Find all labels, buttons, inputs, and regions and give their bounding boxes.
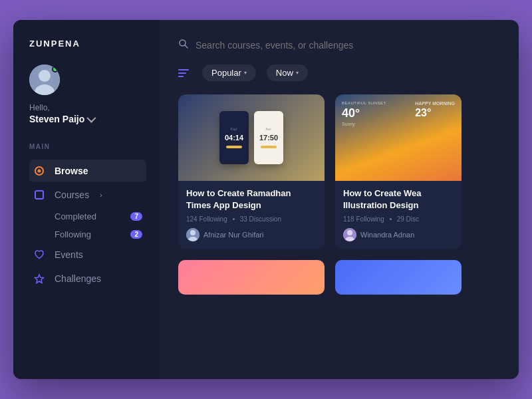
section-label: MAIN — [29, 143, 146, 150]
phone-decoration — [226, 146, 242, 148]
following-badge: 2 — [130, 230, 142, 239]
phone-decoration-2 — [261, 146, 277, 148]
author-avatar-2 — [343, 228, 356, 241]
card-ramadhan-thumb: Fajr 04:14 Asr 17:50 — [178, 94, 325, 181]
completed-badge: 7 — [130, 212, 142, 221]
filter-icon — [178, 69, 189, 77]
online-indicator — [52, 66, 59, 72]
card-ramadhan-title: How to Create Ramadhan Times App Design — [186, 188, 317, 211]
completed-label: Completed — [55, 211, 96, 221]
svg-point-10 — [190, 230, 196, 235]
search-bar — [178, 39, 500, 51]
author-avatar-1 — [186, 228, 200, 241]
weather-location-label: BEAUTIFUL SUNSET — [342, 101, 386, 105]
phone-dark-mockup: Fajr 04:14 — [219, 111, 249, 164]
svg-line-8 — [185, 45, 188, 48]
card-weather[interactable]: BEAUTIFUL SUNSET 40° Sunny HAPPY MORNING… — [335, 94, 462, 249]
logo: ZUNPENA — [29, 39, 146, 49]
now-label: Now — [276, 68, 293, 78]
svg-rect-5 — [35, 191, 43, 199]
events-label: Events — [55, 249, 83, 260]
phone-time-1: 04:14 — [225, 134, 243, 142]
phone-light-mockup: Asr 17:50 — [254, 111, 283, 164]
card-partial-pink[interactable] — [178, 260, 325, 295]
star-icon — [33, 273, 45, 285]
weather-morning-label: HAPPY MORNING — [415, 101, 455, 106]
ramadhan-following: 124 Following — [186, 215, 227, 223]
courses-arrow: › — [100, 192, 102, 199]
card-partial-blue[interactable] — [335, 260, 462, 295]
svg-point-13 — [347, 230, 352, 235]
greeting-text: Hello, — [29, 103, 146, 112]
app-window: ZUNPENA Hello, Steven Paijo MAIN — [13, 20, 519, 379]
weather-left-panel: BEAUTIFUL SUNSET 40° Sunny — [342, 101, 386, 126]
search-input[interactable] — [196, 40, 500, 51]
phone-label-asr: Asr — [266, 127, 272, 131]
following-label: Following — [55, 229, 91, 239]
phone-time-2: 17:50 — [259, 134, 278, 142]
filter-bar: Popular ▾ Now ▾ — [160, 65, 519, 81]
weather-right-panel: HAPPY MORNING 23° — [415, 101, 455, 119]
author-name-1: Afnizar Nur Ghifari — [203, 231, 263, 239]
sidebar-item-completed[interactable]: Completed 7 — [51, 207, 146, 225]
user-name[interactable]: Steven Paijo — [29, 114, 146, 124]
weather-discussion: 29 Disc — [397, 215, 419, 223]
sidebar-item-browse[interactable]: Browse — [29, 160, 146, 182]
weather-temp-1: 40° — [342, 106, 386, 120]
card-weather-author: Winandra Adnan — [343, 228, 454, 241]
card-weather-title: How to Create WeaIllustration Design — [343, 188, 454, 211]
chevron-down-icon — [87, 114, 96, 123]
weather-following: 118 Following — [343, 215, 384, 223]
cards-row-1: Fajr 04:14 Asr 17:50 How to Creat — [178, 94, 500, 249]
card-ramadhan[interactable]: Fajr 04:14 Asr 17:50 How to Creat — [178, 94, 325, 249]
sidebar-item-following[interactable]: Following 2 — [51, 225, 146, 243]
app-background: ZUNPENA Hello, Steven Paijo MAIN — [0, 0, 532, 399]
card-ramadhan-author: Afnizar Nur Ghifari — [186, 228, 317, 241]
cards-area: Fajr 04:14 Asr 17:50 How to Creat — [160, 94, 519, 379]
weather-temp-2: 23° — [415, 107, 455, 119]
sidebar-item-challenges[interactable]: Challenges — [29, 267, 146, 290]
courses-label: Courses — [55, 190, 89, 200]
phone-label-fajr: Fajr — [231, 127, 238, 131]
heart-icon — [33, 249, 45, 261]
now-caret-icon: ▾ — [296, 70, 299, 76]
browse-label: Browse — [55, 166, 88, 176]
avatar — [29, 65, 60, 95]
now-filter-button[interactable]: Now ▾ — [267, 65, 308, 81]
sidebar: ZUNPENA Hello, Steven Paijo MAIN — [13, 20, 160, 379]
svg-point-1 — [39, 70, 51, 82]
main-content: Popular ▾ Now ▾ Fajr 04:14 — [160, 20, 519, 379]
circle-icon — [33, 165, 45, 177]
sidebar-item-courses[interactable]: Courses › — [29, 184, 146, 206]
square-icon — [33, 189, 45, 201]
weather-condition: Sunny — [342, 122, 386, 126]
ramadhan-discussion: 33 Discussion — [240, 215, 281, 223]
challenges-label: Challenges — [55, 273, 101, 284]
cards-row-2 — [178, 260, 500, 295]
card-ramadhan-meta: 124 Following 33 Discussion — [186, 215, 317, 223]
search-icon — [178, 39, 189, 51]
topbar — [160, 20, 519, 51]
dot-separator-2 — [390, 218, 392, 220]
popular-label: Popular — [211, 68, 241, 78]
sidebar-item-events[interactable]: Events — [29, 243, 146, 266]
author-name-2: Winandra Adnan — [360, 231, 414, 239]
card-ramadhan-body: How to Create Ramadhan Times App Design … — [178, 181, 325, 249]
popular-caret-icon: ▾ — [244, 70, 247, 76]
popular-filter-button[interactable]: Popular ▾ — [202, 65, 256, 81]
card-weather-meta: 118 Following 29 Disc — [343, 215, 454, 223]
courses-subnav: Completed 7 Following 2 — [51, 207, 146, 243]
card-weather-body: How to Create WeaIllustration Design 118… — [335, 181, 462, 249]
svg-marker-6 — [35, 275, 44, 283]
card-weather-thumb: BEAUTIFUL SUNSET 40° Sunny HAPPY MORNING… — [335, 94, 462, 181]
svg-point-4 — [38, 170, 41, 173]
dot-separator — [233, 218, 235, 220]
